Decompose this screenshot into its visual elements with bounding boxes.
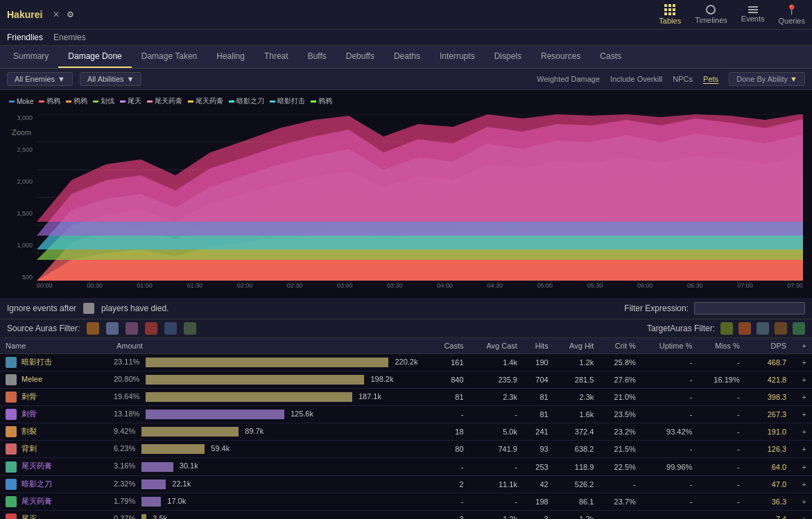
done-by-ability-btn[interactable]: Done By Ability ▼ <box>729 72 805 86</box>
expand-btn[interactable]: + <box>792 475 812 493</box>
timelines-tab[interactable]: Timelines <box>695 5 727 24</box>
expand-btn[interactable]: + <box>792 354 812 371</box>
x-label-500: 05:00 <box>537 282 553 289</box>
tab-buffs[interactable]: Buffs <box>298 46 336 68</box>
tab-casts[interactable]: Casts <box>590 46 631 68</box>
col-miss[interactable]: Miss % <box>698 338 745 354</box>
tab-damage-done[interactable]: Damage Done <box>58 46 131 68</box>
col-casts[interactable]: Casts <box>430 338 469 354</box>
tab-resources[interactable]: Resources <box>531 46 590 68</box>
avg-hit-cell: 372.4 <box>554 423 600 441</box>
expand-btn[interactable]: + <box>792 441 812 458</box>
target-aura-icon-1[interactable] <box>720 322 733 335</box>
legend-yaya3[interactable]: 鸦鸦 <box>311 96 332 106</box>
filter-expression-input[interactable] <box>694 302 805 315</box>
tab-debuffs[interactable]: Debuffs <box>336 46 384 68</box>
events-tab[interactable]: Events <box>741 6 765 23</box>
aura-icon-3[interactable] <box>126 322 138 335</box>
hits-cell: 42 <box>523 475 554 493</box>
col-amount[interactable]: Amount <box>111 338 430 354</box>
legend-weitian[interactable]: 尾天 <box>120 96 141 106</box>
hits-cell: 190 <box>523 354 554 371</box>
close-icon[interactable]: ✕ <box>53 10 60 19</box>
tab-interrupts[interactable]: Interrupts <box>430 46 485 68</box>
target-aura-icon-4[interactable] <box>775 322 787 335</box>
aura-icon-2[interactable] <box>106 322 119 335</box>
miss-cell: - <box>698 406 745 423</box>
x-label-530: 05:30 <box>587 282 603 289</box>
hits-cell: 93 <box>523 441 554 458</box>
avg-cast-cell: 1.4k <box>469 354 523 371</box>
hits-cell: 704 <box>523 371 554 389</box>
legend-yaya1[interactable]: 鸦鸦 <box>39 96 60 106</box>
expand-btn[interactable]: + <box>792 371 812 389</box>
crit-cell: - <box>599 475 641 493</box>
players-died-checkbox[interactable] <box>83 303 94 314</box>
tab-damage-taken[interactable]: Damage Taken <box>132 46 207 68</box>
friendlies-btn[interactable]: Friendlies <box>7 33 43 42</box>
avg-hit-cell: 1.6k <box>554 406 600 423</box>
tab-summary[interactable]: Summary <box>3 46 58 68</box>
expand-btn[interactable]: + <box>792 423 812 441</box>
auras-bar: Source Auras Filter: TargetAuras Filter: <box>0 319 812 338</box>
col-name[interactable]: Name <box>0 338 111 354</box>
amount-value: 59.4k <box>211 444 230 452</box>
weighted-damage-btn[interactable]: Weighted Damage <box>537 75 600 83</box>
legend-yaya2[interactable]: 鸦鸦 <box>66 96 87 106</box>
all-enemies-filter[interactable]: All Enemies ▼ <box>7 72 73 86</box>
all-abilities-filter[interactable]: All Abilities ▼ <box>80 72 141 86</box>
ability-name: 暗影打击 <box>21 358 52 366</box>
legend-weitian-yaogao2[interactable]: 尾天药膏 <box>188 96 223 106</box>
tables-tab[interactable]: Tables <box>659 4 681 25</box>
col-hits[interactable]: Hits <box>523 338 554 354</box>
amount-pct: 20.80% <box>114 375 139 383</box>
x-label-300: 03:00 <box>337 282 353 289</box>
include-overkill-btn[interactable]: Include Overkill <box>610 75 662 83</box>
legend-moke[interactable]: Moke <box>9 96 33 106</box>
expand-btn[interactable]: + <box>792 389 812 406</box>
x-label-130: 01:30 <box>187 282 202 289</box>
target-aura-icon-5[interactable] <box>793 322 805 335</box>
tab-healing[interactable]: Healing <box>207 46 254 68</box>
expand-btn[interactable]: + <box>792 406 812 423</box>
col-expand[interactable]: + <box>792 338 812 354</box>
col-avg-cast[interactable]: Avg Cast <box>469 338 523 354</box>
legend-shadow-knife[interactable]: 暗影之刀 <box>229 96 264 106</box>
data-table: Name Amount Casts Avg Cast Hits Avg Hit … <box>0 338 812 519</box>
settings-icon[interactable]: ⚙ <box>67 10 74 19</box>
expand-btn[interactable]: + <box>792 458 812 475</box>
col-uptime[interactable]: Uptime % <box>641 338 698 354</box>
npcs-btn[interactable]: NPCs <box>673 75 693 83</box>
pets-btn[interactable]: Pets <box>703 75 718 84</box>
legend-weitian-yaogao1[interactable]: 尾天药膏 <box>147 96 182 106</box>
x-label-30: 00:30 <box>87 282 103 289</box>
casts-cell: 81 <box>430 389 469 406</box>
tab-threat[interactable]: Threat <box>254 46 298 68</box>
avg-cast-cell: - <box>469 406 523 423</box>
avg-hit-cell: 281.5 <box>554 371 600 389</box>
aura-icon-4[interactable] <box>145 322 157 335</box>
col-crit[interactable]: Crit % <box>599 338 641 354</box>
expand-btn[interactable]: + <box>792 510 812 519</box>
avg-cast-cell: 741.9 <box>469 441 523 458</box>
tab-dispels[interactable]: Dispels <box>485 46 531 68</box>
dps-cell: 64.0 <box>745 458 793 475</box>
legend-shadow-strike[interactable]: 暗影打击 <box>270 96 305 106</box>
miss-cell: - <box>698 510 745 519</box>
expand-btn[interactable]: + <box>792 493 812 510</box>
col-dps[interactable]: DPS <box>745 338 793 354</box>
ability-name-cell: 尾灭 <box>0 510 111 519</box>
x-label-230: 02:30 <box>287 282 303 289</box>
tab-deaths[interactable]: Deaths <box>384 46 430 68</box>
aura-icon-6[interactable] <box>184 322 196 335</box>
avg-cast-cell: 2.3k <box>469 389 523 406</box>
enemies-btn[interactable]: Enemies <box>53 33 86 42</box>
queries-tab[interactable]: 📍 Queries <box>778 4 805 25</box>
col-avg-hit[interactable]: Avg Hit <box>554 338 600 354</box>
target-aura-icon-3[interactable] <box>757 322 769 335</box>
chart-legend: Moke 鸦鸦 鸦鸦 划伐 尾天 尾天药膏 尾天药膏 暗影之刀 <box>3 94 809 109</box>
aura-icon-1[interactable] <box>87 322 99 335</box>
target-aura-icon-2[interactable] <box>738 322 751 335</box>
aura-icon-5[interactable] <box>164 322 177 335</box>
legend-huafa[interactable]: 划伐 <box>93 96 114 106</box>
